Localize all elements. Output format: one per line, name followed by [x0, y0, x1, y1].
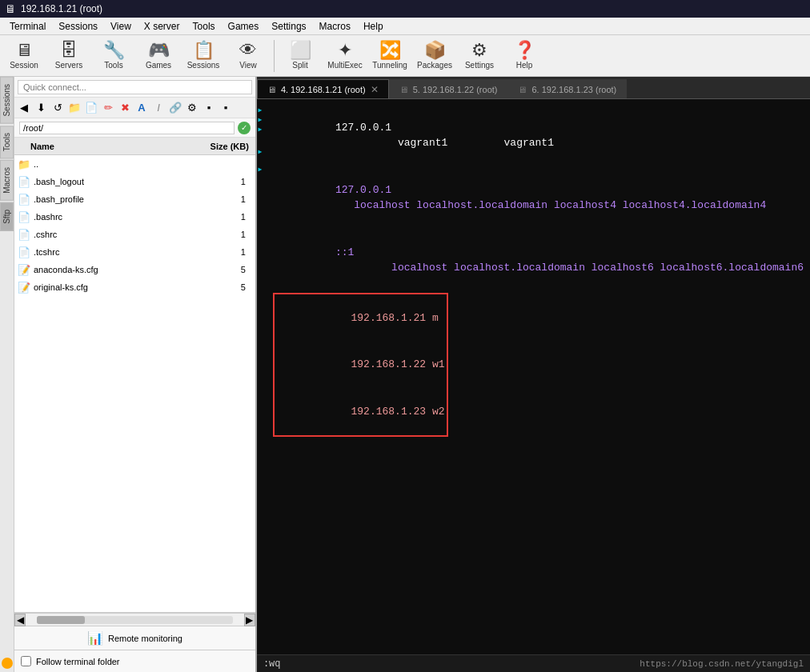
term-line-1: 127.0.0.1 vagrant1 vagrant1 — [273, 104, 804, 166]
tunneling-button[interactable]: 🔀 Tunneling — [369, 37, 411, 75]
menu-sessions[interactable]: Sessions — [52, 19, 104, 34]
folder-icon: 📁 — [18, 158, 30, 170]
tab-5[interactable]: 🖥 5. 192.168.1.22 (root) — [389, 79, 508, 98]
sftp-a-btn[interactable]: A — [134, 100, 150, 116]
follow-terminal-bar: Follow terminal folder — [14, 650, 255, 672]
watermark: https://blog.csdn.net/ytangdigl — [640, 659, 804, 669]
tab-4-close[interactable]: ✕ — [371, 84, 379, 95]
list-item[interactable]: 📁 .. — [14, 155, 255, 173]
quick-connect-input[interactable] — [18, 80, 252, 94]
menu-macros[interactable]: Macros — [313, 19, 357, 34]
sftp-edit-btn[interactable]: ✏ — [100, 100, 116, 116]
col-name-header: Name — [14, 142, 199, 151]
scroll-right-btn[interactable]: ▶ — [244, 614, 255, 626]
sftp-settings-btn2[interactable]: ⚙ — [184, 100, 200, 116]
tab-4[interactable]: 🖥 4. 192.168.1.21 (root) ✕ — [257, 79, 389, 98]
activity-icon: 📊 — [87, 630, 103, 646]
tunneling-icon: 🔀 — [379, 42, 401, 59]
file-icon: 📄 — [18, 229, 30, 241]
list-item[interactable]: 📄 .tcshrc 1 — [14, 243, 255, 261]
sftp-sq1-btn[interactable]: ▪ — [201, 100, 217, 116]
menu-xserver[interactable]: X server — [138, 19, 186, 34]
terminal-prompt: :wq — [263, 658, 281, 670]
list-item[interactable]: 📝 anaconda-ks.cfg 5 — [14, 261, 255, 278]
menu-help[interactable]: Help — [357, 19, 390, 34]
side-tab-tools[interactable]: Tools — [0, 126, 14, 158]
path-bar: ✓ — [14, 118, 255, 138]
sftp-sq2-btn[interactable]: ▪ — [218, 100, 234, 116]
packages-icon: 📦 — [424, 42, 446, 59]
list-item[interactable]: 📄 .bash_profile 1 — [14, 190, 255, 208]
tools-button[interactable]: 🔧 Tools — [93, 37, 134, 75]
sftp-link-btn[interactable]: 🔗 — [167, 100, 183, 116]
packages-button[interactable]: 📦 Packages — [414, 37, 455, 75]
menu-terminal[interactable]: Terminal — [3, 19, 52, 34]
side-tab-sftp[interactable]: Sftp — [0, 202, 14, 231]
terminal-content[interactable]: ▶ ▶ ▶ ▶ ▶ 127.0.0.1 vagrant1 vagrant1 12… — [257, 99, 810, 654]
settings-button[interactable]: ⚙ Settings — [459, 37, 500, 75]
toolbar-separator — [274, 40, 275, 72]
servers-button[interactable]: 🗄 Servers — [48, 37, 90, 75]
list-item[interactable]: 📝 original-ks.cfg 5 — [14, 278, 255, 296]
view-icon: 👁 — [239, 42, 257, 59]
games-button[interactable]: 🎮 Games — [138, 37, 179, 75]
session-button[interactable]: 🖥 Session — [3, 37, 45, 75]
list-item[interactable]: 📄 .bashrc 1 — [14, 208, 255, 226]
view-button[interactable]: 👁 View — [227, 37, 269, 75]
follow-terminal-checkbox[interactable] — [21, 656, 31, 666]
sftp-info-btn[interactable]: I — [150, 100, 166, 116]
status-bar: :wq https://blog.csdn.net/ytangdigl — [257, 654, 810, 672]
follow-terminal-label: Follow terminal folder — [36, 657, 120, 666]
help-icon: ❓ — [514, 42, 535, 59]
tab-5-icon: 🖥 — [399, 85, 408, 94]
sftp-toolbar: ◀ ⬇ ↺ 📁 📄 ✏ ✖ A I 🔗 ⚙ ▪ ▪ — [14, 98, 255, 118]
split-button[interactable]: ⬜ Split — [279, 37, 321, 75]
menu-settings[interactable]: Settings — [265, 19, 312, 34]
list-item[interactable]: 📄 .bash_logout 1 — [14, 173, 255, 190]
sftp-refresh-btn[interactable]: ↺ — [50, 100, 66, 116]
term-highlight-line-2: 192.168.1.22 w1 — [276, 342, 445, 389]
sftp-delete-btn[interactable]: ✖ — [117, 100, 133, 116]
horizontal-scrollbar[interactable]: ◀ ▶ — [14, 613, 255, 626]
quick-connect-bar — [14, 77, 255, 98]
scroll-left-btn[interactable]: ◀ — [14, 614, 26, 626]
file-list-header: Name Size (KB) — [14, 138, 255, 155]
sessions-button[interactable]: 📋 Sessions — [182, 37, 224, 75]
main-layout: Sessions Tools Macros Sftp ◀ ⬇ ↺ 📁 📄 ✏ ✖… — [0, 77, 810, 672]
cfg-file-icon: 📝 — [18, 264, 30, 276]
menu-games[interactable]: Games — [222, 19, 266, 34]
path-input[interactable] — [19, 122, 235, 134]
split-icon: ⬜ — [290, 42, 311, 59]
file-icon: 📄 — [18, 194, 30, 206]
app-icon: 🖥 — [5, 2, 16, 15]
tab-6[interactable]: 🖥 6. 192.168.1.23 (root) — [507, 79, 627, 98]
list-item[interactable]: 📄 .cshrc 1 — [14, 226, 255, 243]
menu-tools[interactable]: Tools — [186, 19, 222, 34]
sftp-newfolder-btn[interactable]: 📁 — [66, 100, 82, 116]
file-icon: 📄 — [18, 246, 30, 258]
file-icon: 📄 — [18, 211, 30, 223]
tab-6-label: 6. 192.168.1.23 (root) — [531, 85, 616, 94]
menu-view[interactable]: View — [104, 19, 138, 34]
term-line-2: 127.0.0.1 localhost localhost.localdomai… — [273, 166, 804, 229]
tab-6-icon: 🖥 — [518, 85, 527, 94]
tab-4-label: 4. 192.168.1.21 (root) — [281, 85, 366, 94]
sftp-newfile-btn[interactable]: 📄 — [83, 100, 99, 116]
highlight-box: 192.168.1.21 m 192.168.1.22 w1 192.168.1… — [273, 293, 448, 437]
multiexec-button[interactable]: ✦ MultiExec — [324, 37, 366, 75]
cfg-file-icon: 📝 — [18, 282, 30, 294]
side-tab-sessions[interactable]: Sessions — [0, 77, 14, 124]
sftp-back-btn[interactable]: ◀ — [16, 100, 32, 116]
terminal-lines: 127.0.0.1 vagrant1 vagrant1 127.0.0.1 lo… — [273, 104, 804, 437]
tools-icon: 🔧 — [103, 42, 125, 59]
tab-5-label: 5. 192.168.1.22 (root) — [413, 85, 498, 94]
terminal-gutter: ▶ ▶ ▶ ▶ ▶ — [257, 104, 263, 174]
term-highlight-line-1: 192.168.1.21 m — [276, 294, 445, 342]
side-tab-macros[interactable]: Macros — [0, 160, 14, 201]
help-button[interactable]: ❓ Help — [503, 37, 545, 75]
tab-4-icon: 🖥 — [267, 85, 276, 94]
scroll-thumb[interactable] — [37, 616, 85, 624]
scroll-track — [37, 616, 233, 624]
remote-monitoring-button[interactable]: 📊 Remote monitoring — [14, 626, 255, 650]
sftp-down-btn[interactable]: ⬇ — [33, 100, 49, 116]
